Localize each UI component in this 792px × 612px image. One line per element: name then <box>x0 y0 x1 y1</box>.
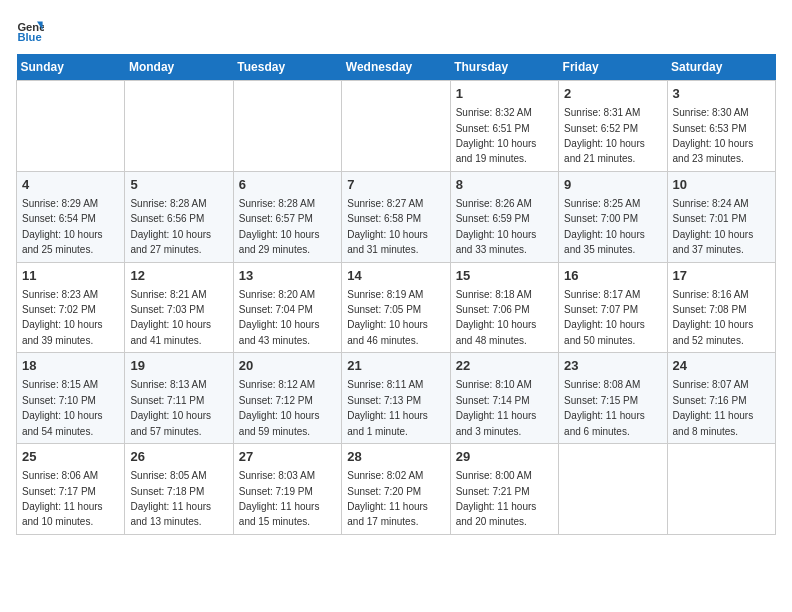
day-number: 24 <box>673 357 770 375</box>
calendar-cell: 29Sunrise: 8:00 AM Sunset: 7:21 PM Dayli… <box>450 444 558 535</box>
day-number: 15 <box>456 267 553 285</box>
day-number: 20 <box>239 357 336 375</box>
calendar-cell: 11Sunrise: 8:23 AM Sunset: 7:02 PM Dayli… <box>17 262 125 353</box>
logo: General Blue <box>16 16 48 44</box>
day-detail: Sunrise: 8:27 AM Sunset: 6:58 PM Dayligh… <box>347 198 428 255</box>
day-number: 2 <box>564 85 661 103</box>
calendar-cell: 23Sunrise: 8:08 AM Sunset: 7:15 PM Dayli… <box>559 353 667 444</box>
day-detail: Sunrise: 8:16 AM Sunset: 7:08 PM Dayligh… <box>673 289 754 346</box>
day-detail: Sunrise: 8:29 AM Sunset: 6:54 PM Dayligh… <box>22 198 103 255</box>
day-number: 17 <box>673 267 770 285</box>
weekday-header-cell: Wednesday <box>342 54 450 81</box>
calendar-week-row: 25Sunrise: 8:06 AM Sunset: 7:17 PM Dayli… <box>17 444 776 535</box>
weekday-header-cell: Sunday <box>17 54 125 81</box>
day-detail: Sunrise: 8:05 AM Sunset: 7:18 PM Dayligh… <box>130 470 211 527</box>
weekday-header-cell: Monday <box>125 54 233 81</box>
calendar-cell: 7Sunrise: 8:27 AM Sunset: 6:58 PM Daylig… <box>342 171 450 262</box>
day-number: 18 <box>22 357 119 375</box>
calendar-cell: 5Sunrise: 8:28 AM Sunset: 6:56 PM Daylig… <box>125 171 233 262</box>
day-detail: Sunrise: 8:25 AM Sunset: 7:00 PM Dayligh… <box>564 198 645 255</box>
weekday-header-row: SundayMondayTuesdayWednesdayThursdayFrid… <box>17 54 776 81</box>
day-number: 28 <box>347 448 444 466</box>
calendar-cell: 15Sunrise: 8:18 AM Sunset: 7:06 PM Dayli… <box>450 262 558 353</box>
calendar-cell: 19Sunrise: 8:13 AM Sunset: 7:11 PM Dayli… <box>125 353 233 444</box>
calendar-cell: 8Sunrise: 8:26 AM Sunset: 6:59 PM Daylig… <box>450 171 558 262</box>
calendar-cell: 6Sunrise: 8:28 AM Sunset: 6:57 PM Daylig… <box>233 171 341 262</box>
calendar-week-row: 18Sunrise: 8:15 AM Sunset: 7:10 PM Dayli… <box>17 353 776 444</box>
day-detail: Sunrise: 8:19 AM Sunset: 7:05 PM Dayligh… <box>347 289 428 346</box>
day-detail: Sunrise: 8:02 AM Sunset: 7:20 PM Dayligh… <box>347 470 428 527</box>
calendar-week-row: 11Sunrise: 8:23 AM Sunset: 7:02 PM Dayli… <box>17 262 776 353</box>
calendar-cell <box>667 444 775 535</box>
day-detail: Sunrise: 8:30 AM Sunset: 6:53 PM Dayligh… <box>673 107 754 164</box>
day-number: 8 <box>456 176 553 194</box>
day-number: 12 <box>130 267 227 285</box>
calendar-week-row: 1Sunrise: 8:32 AM Sunset: 6:51 PM Daylig… <box>17 81 776 172</box>
day-number: 6 <box>239 176 336 194</box>
day-detail: Sunrise: 8:26 AM Sunset: 6:59 PM Dayligh… <box>456 198 537 255</box>
calendar-cell: 24Sunrise: 8:07 AM Sunset: 7:16 PM Dayli… <box>667 353 775 444</box>
day-detail: Sunrise: 8:32 AM Sunset: 6:51 PM Dayligh… <box>456 107 537 164</box>
day-detail: Sunrise: 8:06 AM Sunset: 7:17 PM Dayligh… <box>22 470 103 527</box>
calendar-cell: 2Sunrise: 8:31 AM Sunset: 6:52 PM Daylig… <box>559 81 667 172</box>
day-number: 14 <box>347 267 444 285</box>
day-detail: Sunrise: 8:17 AM Sunset: 7:07 PM Dayligh… <box>564 289 645 346</box>
day-number: 3 <box>673 85 770 103</box>
weekday-header-cell: Thursday <box>450 54 558 81</box>
weekday-header-cell: Tuesday <box>233 54 341 81</box>
day-detail: Sunrise: 8:23 AM Sunset: 7:02 PM Dayligh… <box>22 289 103 346</box>
calendar-cell <box>17 81 125 172</box>
calendar-cell: 9Sunrise: 8:25 AM Sunset: 7:00 PM Daylig… <box>559 171 667 262</box>
day-number: 22 <box>456 357 553 375</box>
weekday-header-cell: Friday <box>559 54 667 81</box>
calendar-cell: 20Sunrise: 8:12 AM Sunset: 7:12 PM Dayli… <box>233 353 341 444</box>
calendar-cell: 10Sunrise: 8:24 AM Sunset: 7:01 PM Dayli… <box>667 171 775 262</box>
calendar-cell: 18Sunrise: 8:15 AM Sunset: 7:10 PM Dayli… <box>17 353 125 444</box>
day-detail: Sunrise: 8:13 AM Sunset: 7:11 PM Dayligh… <box>130 379 211 436</box>
day-detail: Sunrise: 8:31 AM Sunset: 6:52 PM Dayligh… <box>564 107 645 164</box>
calendar-cell: 16Sunrise: 8:17 AM Sunset: 7:07 PM Dayli… <box>559 262 667 353</box>
day-detail: Sunrise: 8:28 AM Sunset: 6:56 PM Dayligh… <box>130 198 211 255</box>
day-detail: Sunrise: 8:08 AM Sunset: 7:15 PM Dayligh… <box>564 379 645 436</box>
day-number: 27 <box>239 448 336 466</box>
day-number: 13 <box>239 267 336 285</box>
calendar-cell: 17Sunrise: 8:16 AM Sunset: 7:08 PM Dayli… <box>667 262 775 353</box>
calendar-cell: 1Sunrise: 8:32 AM Sunset: 6:51 PM Daylig… <box>450 81 558 172</box>
day-number: 11 <box>22 267 119 285</box>
calendar-cell <box>233 81 341 172</box>
day-number: 4 <box>22 176 119 194</box>
day-number: 16 <box>564 267 661 285</box>
calendar-cell: 4Sunrise: 8:29 AM Sunset: 6:54 PM Daylig… <box>17 171 125 262</box>
calendar-table: SundayMondayTuesdayWednesdayThursdayFrid… <box>16 54 776 535</box>
calendar-cell: 13Sunrise: 8:20 AM Sunset: 7:04 PM Dayli… <box>233 262 341 353</box>
day-detail: Sunrise: 8:24 AM Sunset: 7:01 PM Dayligh… <box>673 198 754 255</box>
calendar-cell: 3Sunrise: 8:30 AM Sunset: 6:53 PM Daylig… <box>667 81 775 172</box>
svg-text:Blue: Blue <box>17 31 41 43</box>
calendar-body: 1Sunrise: 8:32 AM Sunset: 6:51 PM Daylig… <box>17 81 776 535</box>
calendar-cell <box>342 81 450 172</box>
header: General Blue <box>16 16 776 44</box>
day-detail: Sunrise: 8:18 AM Sunset: 7:06 PM Dayligh… <box>456 289 537 346</box>
day-number: 25 <box>22 448 119 466</box>
calendar-cell: 27Sunrise: 8:03 AM Sunset: 7:19 PM Dayli… <box>233 444 341 535</box>
day-detail: Sunrise: 8:03 AM Sunset: 7:19 PM Dayligh… <box>239 470 320 527</box>
calendar-cell: 28Sunrise: 8:02 AM Sunset: 7:20 PM Dayli… <box>342 444 450 535</box>
calendar-cell <box>559 444 667 535</box>
calendar-cell: 21Sunrise: 8:11 AM Sunset: 7:13 PM Dayli… <box>342 353 450 444</box>
calendar-cell: 25Sunrise: 8:06 AM Sunset: 7:17 PM Dayli… <box>17 444 125 535</box>
day-number: 29 <box>456 448 553 466</box>
day-detail: Sunrise: 8:21 AM Sunset: 7:03 PM Dayligh… <box>130 289 211 346</box>
day-detail: Sunrise: 8:15 AM Sunset: 7:10 PM Dayligh… <box>22 379 103 436</box>
day-number: 7 <box>347 176 444 194</box>
day-detail: Sunrise: 8:07 AM Sunset: 7:16 PM Dayligh… <box>673 379 754 436</box>
calendar-cell: 12Sunrise: 8:21 AM Sunset: 7:03 PM Dayli… <box>125 262 233 353</box>
day-number: 10 <box>673 176 770 194</box>
logo-icon: General Blue <box>16 16 44 44</box>
day-number: 5 <box>130 176 227 194</box>
day-number: 19 <box>130 357 227 375</box>
day-number: 1 <box>456 85 553 103</box>
day-detail: Sunrise: 8:10 AM Sunset: 7:14 PM Dayligh… <box>456 379 537 436</box>
day-detail: Sunrise: 8:20 AM Sunset: 7:04 PM Dayligh… <box>239 289 320 346</box>
day-detail: Sunrise: 8:28 AM Sunset: 6:57 PM Dayligh… <box>239 198 320 255</box>
calendar-week-row: 4Sunrise: 8:29 AM Sunset: 6:54 PM Daylig… <box>17 171 776 262</box>
